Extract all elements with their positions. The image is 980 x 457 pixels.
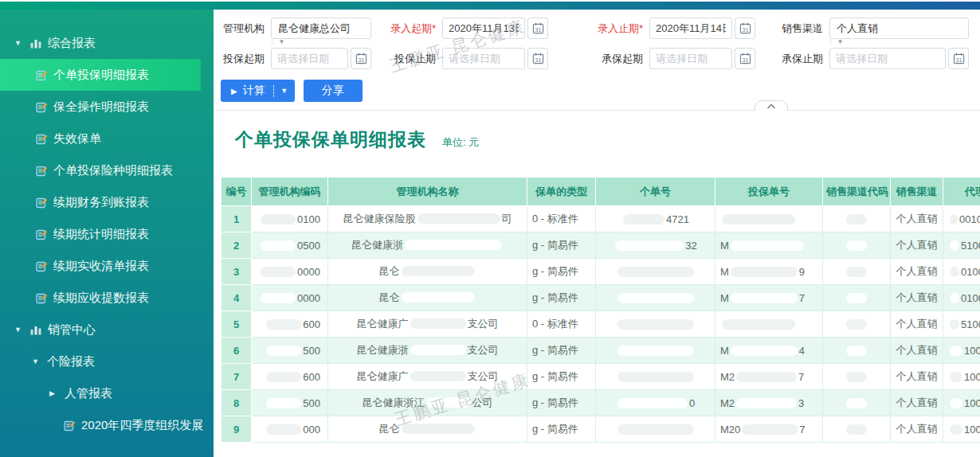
redaction-blob <box>402 266 475 276</box>
filter-label-management-org: 管理机构 <box>221 21 271 36</box>
table-cell: 32 <box>596 232 715 259</box>
sidebar-item-续期应收提数报表[interactable]: 续期应收提数报表 <box>0 282 214 314</box>
redaction-blob <box>742 424 798 435</box>
collapse-panel-tab[interactable] <box>755 100 788 111</box>
table-cell: M27 <box>715 364 823 390</box>
calendar-icon[interactable]: 31 <box>527 18 548 39</box>
table-cell: 昆仑健康广支公司 <box>328 364 527 390</box>
table-cell: 100 <box>943 364 980 390</box>
redaction-blob <box>426 397 471 408</box>
table-cell <box>823 206 891 232</box>
filter-field-underwrite-start-date: 31 <box>649 48 755 69</box>
calendar-icon[interactable]: 31 <box>948 48 969 69</box>
sidebar-item-label: 2020年四季度组织发展 <box>81 418 203 433</box>
chevron-down-icon: ▼ <box>830 38 849 45</box>
entry-end-date-input[interactable] <box>649 18 732 39</box>
redaction-blob <box>402 292 475 303</box>
filter-field-insure-end-date: 31 <box>442 48 548 69</box>
table-cell: 昆仑健康广支公司 <box>328 311 527 338</box>
redaction-blob <box>617 267 694 277</box>
sidebar-item-综合报表[interactable]: ▼综合报表 <box>0 27 214 59</box>
table-cell: 0 <box>596 390 715 416</box>
redaction-blob <box>846 372 867 382</box>
table-cell: g - 简易件 <box>527 390 596 416</box>
redaction-blob <box>736 372 797 382</box>
table-cell <box>823 416 891 443</box>
sidebar-item-续期统计明细报表[interactable]: 续期统计明细报表 <box>0 218 214 250</box>
sidebar-item-label: 续期统计明细报表 <box>53 227 149 242</box>
entry-start-date-input[interactable] <box>442 18 525 39</box>
cell-text: 100 <box>964 371 980 383</box>
table-cell: 个人直销 <box>891 206 943 232</box>
sales-channel-select[interactable]: 个人直销▼ <box>829 18 969 39</box>
caret-down-icon: ▼ <box>14 326 23 334</box>
sidebar-item-个单投保险种明细报表[interactable]: 个单投保险种明细报表 <box>0 154 214 186</box>
table-cell <box>823 338 891 364</box>
insure-start-date-input[interactable] <box>271 48 348 69</box>
filter-label-underwrite-end-date: 承保止期 <box>755 52 829 66</box>
calendar-icon[interactable]: 31 <box>527 48 548 69</box>
cell-text: M2 <box>720 371 735 383</box>
sidebar-item-保全操作明细报表[interactable]: 保全操作明细报表 <box>0 91 214 123</box>
table-cell: 0 - 标准件 <box>527 206 596 232</box>
table-cell <box>596 311 715 338</box>
table-row: 30000昆仑g - 简易件M9个人直销0100 <box>221 259 980 285</box>
redaction-blob <box>410 371 466 381</box>
sidebar-item-失效保单[interactable]: 失效保单 <box>0 123 214 154</box>
sidebar-item-label: 个险报表 <box>47 354 95 369</box>
caret-down-icon: ▼ <box>32 357 41 365</box>
sidebar-item-label: 个单投保明细报表 <box>53 68 149 83</box>
cell-text: 昆仑健康广 <box>357 318 409 330</box>
sidebar-item-个单投保明细报表[interactable]: 个单投保明细报表 <box>0 59 201 91</box>
sidebar-item-个险报表[interactable]: ▼个险报表 <box>0 346 214 377</box>
cell-text: g - 简易件 <box>532 423 578 435</box>
calendar-icon[interactable]: 31 <box>351 48 371 69</box>
redaction-blob <box>950 240 959 251</box>
redaction-blob <box>410 318 466 329</box>
table-row: 6500昆仑健康浙支公司g - 简易件M4个人直销100 <box>221 338 980 364</box>
calculate-dropdown-toggle[interactable]: ▼ <box>274 87 295 95</box>
filter-field-sales-channel: 个人直销▼ <box>829 18 969 39</box>
share-button[interactable]: 分享 <box>304 80 363 102</box>
table-cell: 个人直销 <box>891 259 943 285</box>
redaction-blob <box>722 214 795 225</box>
table-cell <box>715 206 823 232</box>
sidebar-item-label: 续期应收提数报表 <box>53 291 149 306</box>
calculate-button-main[interactable]: ▶ 计算 <box>221 84 273 98</box>
report-icon <box>36 165 48 177</box>
row-number: 2 <box>221 232 252 259</box>
calendar-icon[interactable]: 31 <box>735 18 755 39</box>
redaction-blob <box>846 240 867 251</box>
sidebar-item-label: 保全操作明细报表 <box>53 100 149 115</box>
cell-text: 个人直销 <box>896 239 938 251</box>
calendar-icon[interactable]: 31 <box>735 48 755 69</box>
insure-end-date-input[interactable] <box>442 48 525 69</box>
table-cell: 个人直销 <box>891 285 943 311</box>
row-number: 6 <box>221 338 252 364</box>
row-number: 5 <box>221 311 252 338</box>
sidebar-item-销管中心[interactable]: ▼销管中心 <box>0 314 214 346</box>
table-cell: g - 简易件 <box>527 364 596 390</box>
calculate-button[interactable]: ▶ 计算 ▼ <box>221 80 295 102</box>
sidebar-item-人管报表[interactable]: ▶人管报表 <box>0 377 214 409</box>
underwrite-end-date-input[interactable] <box>829 48 946 69</box>
cell-text: 个人直销 <box>896 423 938 435</box>
report-icon <box>36 228 48 240</box>
report-table: 编号管理机构编码管理机构名称保单的类型个单号投保单号销售渠道代码销售渠道代理人 … <box>221 177 980 443</box>
management-org-select[interactable]: 昆仑健康总公司▼ <box>271 18 371 39</box>
sidebar-item-label: 人管报表 <box>65 386 112 401</box>
cell-text: 昆仑健康浙 <box>351 239 403 251</box>
cell-text: 4721 <box>666 213 689 225</box>
cell-text: 500 <box>303 397 320 409</box>
sidebar-item-2020年四季度组织发展[interactable]: 2020年四季度组织发展 <box>0 409 214 441</box>
redaction-blob <box>846 346 867 356</box>
cell-text: g - 简易件 <box>532 396 578 408</box>
redaction-blob <box>846 293 867 303</box>
sidebar-item-续期实收清单报表[interactable]: 续期实收清单报表 <box>0 250 214 282</box>
underwrite-start-date-input[interactable] <box>649 48 732 69</box>
cell-text: 个人直销 <box>896 396 938 408</box>
cell-text: M <box>720 240 729 252</box>
table-cell: g - 简易件 <box>527 259 596 285</box>
sidebar-item-续期财务到账报表[interactable]: 续期财务到账报表 <box>0 186 214 218</box>
redaction-blob <box>846 267 867 277</box>
